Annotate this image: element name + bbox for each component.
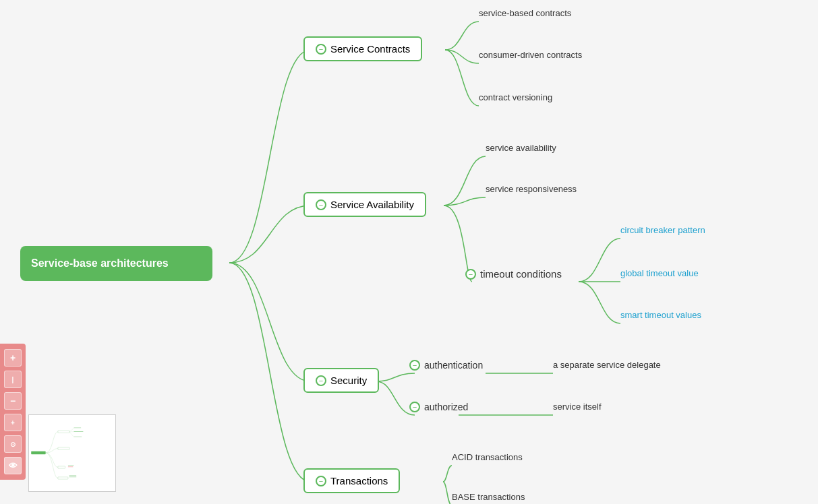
timeout-node[interactable]: − timeout conditions: [465, 268, 562, 280]
svg-rect-2: [58, 447, 69, 449]
leaf-circuit-breaker: circuit breaker pattern: [620, 225, 705, 235]
transactions-label: Transactions: [330, 475, 388, 486]
leaf-service-delegate: a separate service delegate: [553, 360, 661, 370]
svg-line-5: [69, 429, 74, 432]
leaf-service-itself: service itself: [553, 402, 602, 412]
svg-rect-3: [58, 466, 65, 468]
availability-collapse[interactable]: −: [316, 199, 326, 210]
zoom-out-button[interactable]: −: [4, 392, 22, 410]
svg-rect-1: [58, 431, 69, 433]
service-contracts-node[interactable]: − Service Contracts: [303, 36, 422, 61]
svg-rect-14: [69, 476, 76, 477]
authorized-label: authorized: [424, 402, 468, 412]
minimap: [28, 414, 116, 492]
svg-rect-9: [74, 431, 83, 432]
authentication-label: authentication: [424, 360, 483, 371]
svg-rect-13: [69, 475, 76, 476]
security-node[interactable]: − Security: [303, 368, 379, 393]
security-collapse[interactable]: −: [316, 375, 326, 386]
leaf-global-timeout: global timeout value: [620, 268, 699, 278]
leaf-base: BASE transactions: [452, 492, 525, 502]
contracts-label: Service Contracts: [330, 43, 410, 55]
zoom-slider[interactable]: |: [4, 371, 22, 388]
security-label: Security: [330, 375, 367, 386]
svg-rect-0: [31, 451, 45, 454]
availability-label: Service Availability: [330, 199, 414, 210]
leaf-acid: ACID transactions: [452, 452, 523, 462]
authorized-node[interactable]: − authorized: [409, 402, 468, 412]
root-node: Service-base architectures: [20, 246, 212, 281]
center-button[interactable]: ⊙: [4, 435, 22, 453]
authentication-node[interactable]: − authentication: [409, 360, 483, 371]
leaf-contract-versioning: contract versioning: [479, 92, 552, 102]
svg-rect-10: [74, 437, 82, 437]
leaf-svc-availability: service availability: [486, 143, 556, 153]
transactions-node[interactable]: − Transactions: [303, 468, 400, 493]
timeout-label: timeout conditions: [480, 268, 562, 280]
timeout-collapse[interactable]: −: [465, 269, 476, 280]
svg-line-7: [69, 432, 74, 437]
authorized-collapse[interactable]: −: [409, 402, 420, 412]
zoom-in-button[interactable]: +: [4, 349, 22, 367]
svg-rect-4: [58, 477, 68, 479]
svg-rect-11: [68, 465, 74, 466]
svg-rect-12: [68, 466, 74, 467]
transactions-collapse[interactable]: −: [316, 476, 326, 486]
toolbar: + | − + ⊙ 👁: [0, 344, 26, 480]
leaf-svc-responsiveness: service responsiveness: [486, 184, 577, 194]
leaf-consumer-driven: consumer-driven contracts: [479, 50, 582, 60]
contracts-collapse[interactable]: −: [316, 44, 326, 55]
leaf-service-based: service-based contracts: [479, 8, 571, 18]
auth-collapse[interactable]: −: [409, 360, 420, 371]
root-label: Service-base architectures: [31, 257, 169, 270]
fit-button[interactable]: +: [4, 414, 22, 431]
eye-button[interactable]: 👁: [4, 457, 22, 474]
leaf-smart-timeout: smart timeout values: [620, 310, 701, 320]
service-availability-node[interactable]: − Service Availability: [303, 192, 426, 217]
svg-rect-8: [74, 427, 81, 428]
